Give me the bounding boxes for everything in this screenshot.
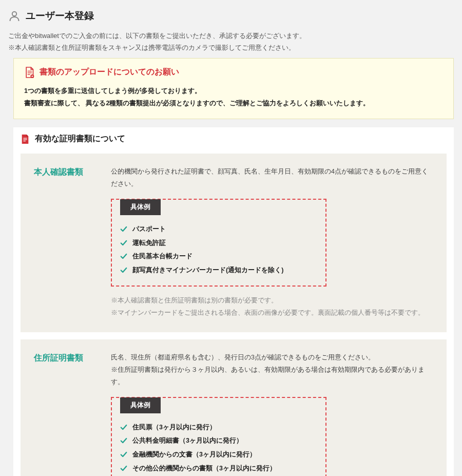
address-heading: 住所証明書類	[34, 352, 95, 476]
upload-notice: 書類のアップロードについてのお願い 1つの書類を多重に送信してしまう例が多発して…	[13, 58, 454, 120]
identity-notes: ※本人確認書類と住所証明書類は別の書類が必要です。 ※マイナンバーカードをご提出…	[111, 295, 433, 319]
notice-body: 1つの書類を多重に送信してしまう例が多発しております。 書類審査に際して、 異な…	[24, 85, 443, 110]
valid-documents-section: 有効な証明書類について 本人確認書類 公的機関から発行された証明書で、顔写真、氏…	[13, 127, 454, 476]
list-item-label: 運転免許証	[132, 238, 166, 248]
intro-text: ご出金やbitwalletでのご入金の前には、以下の書類をご提出いただき、承認す…	[8, 30, 454, 54]
identity-desc: 公的機関から発行された証明書で、顔写真、氏名、生年月日、有効期限の4点が確認でき…	[111, 166, 433, 191]
address-card: 住所証明書類 氏名、現住所（都道府県名も含む）、発行日の3点が確認できるものをご…	[21, 339, 447, 476]
check-icon	[120, 239, 127, 246]
list-item: その他公的機関からの書類（3ヶ月以内に発行）	[120, 462, 317, 475]
section-title: 有効な証明書類について	[35, 134, 125, 144]
check-icon	[120, 437, 127, 444]
notice-line-2: 書類審査に際して、 異なる2種類の書類提出が必須となりますので、ご理解とご協力を…	[24, 98, 443, 110]
list-item: 顔写真付きマイナンバーカード(通知カードを除く)	[120, 263, 317, 277]
identity-heading: 本人確認書類	[34, 166, 95, 319]
intro-line-2: ※本人確認書類と住所証明書類をスキャン又は携帯電話等のカメラで撮影してご用意くだ…	[8, 42, 454, 53]
svg-point-0	[12, 12, 16, 16]
list-item: パスポート	[120, 222, 317, 236]
address-desc: 氏名、現住所（都道府県名も含む）、発行日の3点が確認できるものをご用意ください。…	[111, 352, 433, 388]
example-label: 具体例	[120, 199, 161, 215]
identity-list: パスポート運転免許証住民基本台帳カード顔写真付きマイナンバーカード(通知カードを…	[120, 222, 317, 277]
address-desc-line-1: 氏名、現住所（都道府県名も含む）、発行日の3点が確認できるものをご用意ください。	[111, 352, 433, 364]
check-icon	[120, 266, 127, 274]
document-icon	[21, 134, 30, 144]
list-item: 運転免許証	[120, 236, 317, 250]
list-item-label: 住民基本台帳カード	[132, 252, 192, 261]
check-icon	[120, 253, 127, 260]
address-desc-line-2: ※住所証明書類は発行から３ヶ月以内、あるいは、有効期限がある場合は有効期限内であ…	[111, 364, 433, 389]
check-icon	[120, 225, 127, 233]
list-item: 住民票（3ヶ月以内に発行）	[120, 421, 317, 434]
intro-line-1: ご出金やbitwalletでのご入金の前には、以下の書類をご提出いただき、承認す…	[8, 30, 454, 42]
list-item-label: 顔写真付きマイナンバーカード(通知カードを除く)	[132, 265, 283, 275]
list-item: 金融機関からの文書（3ヶ月以内に発行）	[120, 448, 317, 462]
user-icon	[8, 10, 21, 22]
identity-example-box: 具体例 パスポート運転免許証住民基本台帳カード顔写真付きマイナンバーカード(通知…	[111, 199, 326, 287]
page-header: ユーザー本登録	[8, 9, 454, 23]
identity-note-1: ※本人確認書類と住所証明書類は別の書類が必要です。	[111, 295, 433, 307]
address-example-box: 具体例 住民票（3ヶ月以内に発行）公共料金明細書（3ヶ月以内に発行）金融機関から…	[111, 397, 326, 476]
identity-card: 本人確認書類 公的機関から発行された証明書で、顔写真、氏名、生年月日、有効期限の…	[21, 154, 447, 332]
identity-note-2: ※マイナンバーカードをご提出される場合、表面の画像が必要です。裏面記載の個人番号…	[111, 307, 433, 319]
check-icon	[120, 451, 127, 458]
address-list: 住民票（3ヶ月以内に発行）公共料金明細書（3ヶ月以内に発行）金融機関からの文書（…	[120, 421, 317, 476]
example-label: 具体例	[120, 397, 161, 413]
notice-title: 書類のアップロードについてのお願い	[40, 67, 179, 78]
list-item-label: 住民票（3ヶ月以内に発行）	[132, 423, 216, 432]
notice-line-1: 1つの書類を多重に送信してしまう例が多発しております。	[24, 85, 443, 98]
list-item: 住民基本台帳カード	[120, 250, 317, 263]
list-item-label: 公共料金明細書（3ヶ月以内に発行）	[132, 436, 243, 446]
identity-desc-line: 公的機関から発行された証明書で、顔写真、氏名、生年月日、有効期限の4点が確認でき…	[111, 166, 433, 191]
list-item-label: その他公的機関からの書類（3ヶ月以内に発行）	[132, 464, 276, 473]
list-item-label: 金融機関からの文書（3ヶ月以内に発行）	[132, 450, 256, 460]
list-item-label: パスポート	[132, 224, 166, 234]
check-icon	[120, 424, 127, 431]
document-alert-icon	[24, 67, 34, 78]
page-title: ユーザー本登録	[26, 9, 94, 23]
list-item: 公共料金明細書（3ヶ月以内に発行）	[120, 434, 317, 448]
check-icon	[120, 465, 127, 472]
